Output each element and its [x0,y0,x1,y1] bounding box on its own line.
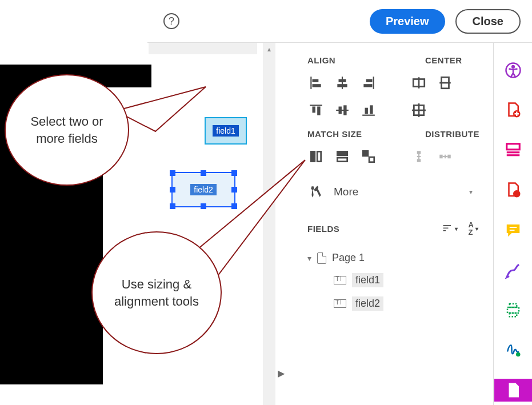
match-size-group [307,148,399,165]
center-vertical-button[interactable] [437,74,454,91]
combine-icon [505,142,522,159]
svg-text:i: i [516,191,518,197]
callout-select-fields: Select two or more fields [5,74,129,186]
sort-az-icon: AZ [469,221,474,236]
fields-tree: ▾ Page 1 field1 field2 [307,247,483,315]
question-icon: ? [169,15,174,27]
center-vertical-icon [438,75,453,90]
align-center-h-button[interactable] [334,74,351,91]
fields-header-tools: ▾ AZ ▾ [441,221,478,236]
tree-page-label: Page 1 [332,252,365,264]
callout-sizing-tools: Use sizing & alignment tools [91,231,222,354]
tree-field-2-name: field2 [352,296,383,311]
top-toolbar: ? Preview Close [147,0,532,43]
svg-rect-42 [447,155,450,159]
rail-print-button[interactable] [494,299,532,322]
align-bottom-button[interactable] [360,102,377,119]
more-options-row[interactable]: More ▾ [307,175,483,212]
callout-1-text: Select two or more fields [16,113,118,147]
center-horizontal-button[interactable] [410,74,427,91]
svg-rect-23 [370,105,373,114]
rail-comment-button[interactable] [494,219,532,242]
help-button[interactable]: ? [163,13,179,29]
resize-handle-ml[interactable] [170,187,175,193]
filter-icon [441,223,454,234]
svg-rect-49 [507,144,520,150]
align-right-button[interactable] [360,74,377,91]
callout-2-text: Use sizing & alignment tools [103,276,210,310]
panel-collapse-toggle[interactable]: ▶ [278,368,285,379]
match-width-button[interactable] [307,148,325,165]
align-top-button[interactable] [307,102,325,119]
resize-handle-tl[interactable] [170,170,175,176]
rail-accessibility-button[interactable] [494,59,532,82]
distribute-horizontal-icon [438,149,453,164]
svg-rect-16 [313,107,315,113]
svg-marker-0 [115,87,206,131]
align-right-icon [361,75,376,90]
svg-rect-37 [417,159,421,162]
canvas-horizontal-scroll[interactable] [149,43,257,54]
svg-rect-2 [310,77,311,89]
svg-rect-29 [337,151,347,155]
tree-field-1[interactable]: field1 [307,268,483,292]
distribute-vertical-icon [411,149,426,164]
svg-rect-31 [363,151,368,156]
comment-icon [505,222,522,239]
align-bottom-icon [361,103,376,118]
svg-rect-7 [337,84,347,87]
rail-edit-button[interactable] [494,259,532,282]
align-horizontal-group [307,74,399,91]
rail-combine-button[interactable] [494,139,532,162]
match-height-button[interactable] [334,148,351,165]
edit-icon [505,262,522,279]
tree-field-2[interactable]: field2 [307,292,483,315]
canvas-pasteboard-top [103,65,151,87]
match-both-button[interactable] [360,148,377,165]
center-group-1 [410,74,454,91]
svg-rect-39 [443,156,445,157]
svg-rect-10 [363,84,372,87]
rail-sign-button[interactable] [494,339,532,362]
center-both-button[interactable] [410,102,427,119]
match-distribute-row [307,148,483,165]
rail-export-pdf-button[interactable]: i [494,179,532,202]
rail-create-pdf-button[interactable] [494,99,532,122]
fields-sort-button[interactable]: AZ ▾ [469,221,478,236]
preview-button[interactable]: Preview [370,9,445,34]
center-section-title: CENTER [425,55,462,65]
forms-icon [505,382,522,399]
svg-rect-40 [445,155,446,159]
align-center-icon-row-1 [307,74,483,91]
center-group-2 [410,102,427,119]
svg-rect-30 [337,158,347,162]
align-vertical-group [307,102,399,119]
align-center-icon-row-2 [307,102,483,119]
match-both-icon [361,149,376,164]
align-left-button[interactable] [307,74,325,91]
sign-icon [505,342,522,359]
svg-rect-34 [418,154,419,156]
textfield-icon [334,299,346,308]
form-field-1[interactable]: field1 [205,117,247,145]
scroll-up-arrow[interactable]: ▴ [263,43,275,55]
tree-page-row[interactable]: ▾ Page 1 [307,247,483,268]
fields-filter-button[interactable]: ▾ [441,221,458,236]
resize-handle-bl[interactable] [170,203,175,209]
section-headers-row-1: ALIGN CENTER [307,55,483,65]
svg-rect-4 [313,84,321,87]
align-middle-v-button[interactable] [334,102,351,119]
export-pdf-icon: i [505,182,522,199]
tools-rail: i [494,43,532,405]
more-label: More [334,186,358,198]
tools-icon [307,185,325,199]
fields-title: FIELDS [307,224,339,234]
svg-rect-33 [417,151,421,154]
rail-forms-button[interactable] [494,379,532,402]
svg-rect-38 [439,155,442,159]
form-field-1-label: field1 [213,125,238,137]
close-button[interactable]: Close [455,9,521,34]
page-icon [317,252,326,264]
match-height-icon [335,149,350,164]
svg-rect-27 [311,151,315,161]
